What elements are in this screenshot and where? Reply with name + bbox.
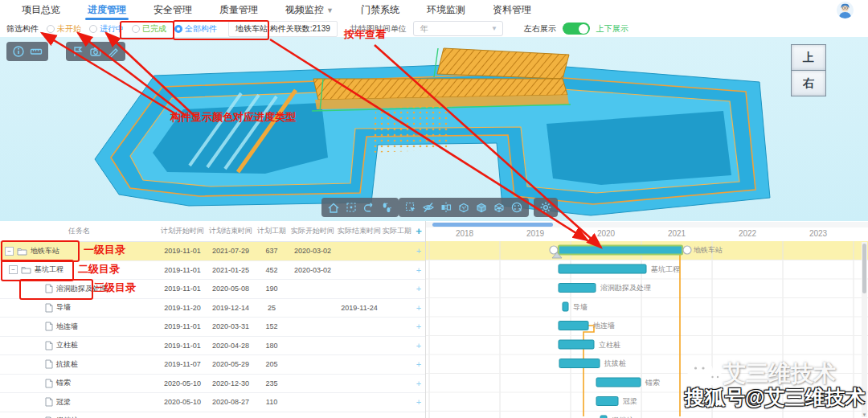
nav-tab-1[interactable]: 进度管理 [74,0,140,20]
section-icon[interactable] [440,201,452,214]
expand-toggle[interactable]: − [9,265,18,274]
task-row-5[interactable]: 立柱桩2019-11-012020-04-28180+ [0,337,425,356]
task-name-cell: −地铁车站 [0,246,158,256]
row-add-button[interactable]: + [412,322,425,331]
gantt-bar[interactable] [559,246,682,255]
task-cell-3: 2020-03-02 [289,247,337,255]
nav-tab-3[interactable]: 质量管理 [206,0,272,20]
gantt-bar-label: 冠梁 [623,397,637,405]
info-icon[interactable] [12,45,25,58]
cube-icon[interactable] [475,201,488,214]
home-icon[interactable] [327,201,340,214]
ruler-icon[interactable] [30,45,43,58]
radio-label: 未开始 [57,23,81,35]
gantt-bar[interactable] [559,359,600,368]
status-radio-2[interactable]: 已完成 [132,23,166,35]
clip-icon[interactable] [457,201,470,214]
task-row-7[interactable]: 锚索2020-05-102020-12-30235+ [0,375,425,394]
task-cell-1: 2019-12-14 [207,304,255,312]
nav-tab-0[interactable]: 项目总览 [8,0,74,20]
gantt-bar[interactable] [596,378,641,387]
row-add-button[interactable]: + [412,359,425,369]
col-header-2: 计划结束时间 [207,226,255,236]
bar-handle-right[interactable] [683,246,691,254]
task-row-1[interactable]: −基坑工程2019-11-012021-01-254522020-03-02+ [0,261,425,281]
gantt-body[interactable]: 地铁车站基坑工程溶洞勘探及处理导墙地连墙立柱桩抗拔桩锚索冠梁搅拌桩 [426,241,868,418]
expand-toggle[interactable]: − [5,247,14,256]
gantt-bar[interactable] [559,340,594,349]
gantt-hscrollbar[interactable] [426,222,868,227]
render-icon[interactable] [510,201,523,214]
row-add-button[interactable]: + [412,379,425,388]
scroll-down-arrow-icon[interactable]: ▼ [862,412,867,417]
col-header-6: 实际工期 [382,226,412,236]
task-row-2[interactable]: 溶洞勘探及处理2019-11-012020-05-08190+ [0,280,425,299]
wireframe-icon[interactable] [493,201,506,214]
status-radio-0[interactable]: 未开始 [47,23,81,35]
view-cube-side[interactable]: 右 [791,70,826,96]
task-row-8[interactable]: 冠梁2020-05-102020-08-27110+ [0,393,425,412]
dependency-connector [680,250,685,416]
chevron-down-icon: ▼ [491,25,497,32]
undo-icon[interactable] [362,201,375,214]
task-cell-0: 2019-11-01 [158,266,207,274]
vscroll-thumb[interactable] [862,244,866,293]
row-add-button[interactable]: + [412,265,425,275]
select-icon[interactable] [404,201,417,214]
task-cell-1: 2020-05-08 [207,285,255,293]
gantt-bar-label: 抗拔桩 [604,359,626,367]
add-task-button[interactable]: + [412,225,425,237]
document-icon [45,397,53,407]
view-cube[interactable]: 上 右 [791,44,826,96]
task-row-9[interactable]: 搅拌桩2020-06-012020-06-2960+ [0,412,425,418]
task-cell-2: 152 [255,322,289,330]
walk-icon[interactable] [380,201,393,214]
hide-icon[interactable] [422,201,435,214]
nav-tab-7[interactable]: 资料管理 [479,0,545,20]
gantt-bar[interactable] [563,302,568,311]
task-name-cell: −基坑工程 [0,264,158,275]
viewer-tools-nav [321,198,399,217]
status-radio-group: 未开始进行中已完成全部构件 [39,23,217,35]
row-add-button[interactable]: + [412,397,425,407]
fit-icon[interactable] [345,201,358,214]
row-add-button[interactable]: + [412,303,425,313]
hscroll-thumb[interactable] [432,223,553,227]
status-radio-3[interactable]: 全部构件 [174,23,217,35]
nav-tab-4[interactable]: 视频监控▼ [272,0,347,20]
nav-tab-5[interactable]: 门禁系统 [347,0,413,20]
gantt-bar[interactable] [559,322,588,330]
flag-icon[interactable] [72,45,84,58]
task-row-0[interactable]: −地铁车站2019-11-012021-07-296372020-03-02+ [0,242,425,261]
task-row-6[interactable]: 抗拔桩2019-11-072020-05-29205+ [0,355,425,375]
settings-icon[interactable] [539,201,552,214]
row-add-button[interactable]: + [412,246,425,256]
gantt-bar[interactable] [559,264,646,273]
row-add-button[interactable]: + [412,284,425,293]
gantt-vscrollbar[interactable]: ▼ [862,242,867,417]
task-row-3[interactable]: 导墙2019-11-202019-12-14252019-11-24+ [0,299,425,318]
task-table: 任务名计划开始时间计划结束时间计划工期实际开始时间实际结束时间实际工期+ −地铁… [0,221,426,418]
row-add-button[interactable]: + [412,341,425,350]
year-label: 2023 [783,229,854,238]
view-cube-top[interactable]: 上 [791,44,826,71]
gantt-bar-label: 溶洞勘探及处理 [600,284,651,292]
pen-icon[interactable] [107,45,120,58]
task-row-4[interactable]: 地连墙2019-11-012020-03-31152+ [0,318,425,337]
viewer-tools-left-2 [66,42,125,61]
chevron-down-icon: ▼ [326,6,334,14]
model-viewport[interactable]: 上 右 [0,37,868,221]
gantt-bar[interactable] [559,284,596,293]
nav-tab-2[interactable]: 安全管理 [140,0,206,20]
gantt-bar[interactable] [596,397,618,406]
layout-toggle[interactable] [563,23,590,35]
user-avatar[interactable] [837,2,854,18]
camera-icon[interactable] [89,45,102,58]
nav-tab-6[interactable]: 环境监测 [413,0,479,20]
task-cell-2: 190 [255,285,289,293]
document-icon [45,359,53,369]
gantt-year-axis: 201820192020202120222023 [426,227,868,242]
gantt-unit-select[interactable]: 年 ▼ [413,21,503,36]
status-radio-1[interactable]: 进行中 [89,23,124,35]
year-label: 2022 [712,229,783,238]
